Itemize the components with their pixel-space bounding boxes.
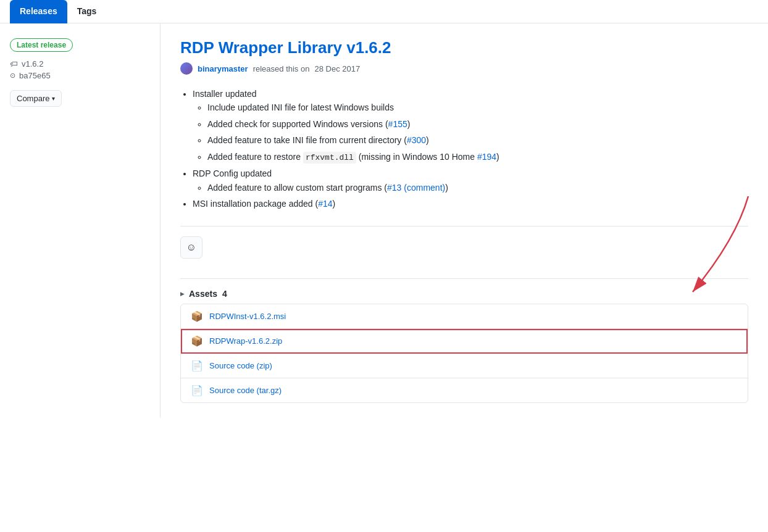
release-date: 28 Dec 2017 bbox=[314, 64, 360, 73]
list-item: Added feature to take INI file from curr… bbox=[207, 133, 748, 147]
code-rfxvmt: rfxvmt.dll bbox=[303, 152, 356, 164]
assets-label: Assets bbox=[189, 289, 217, 299]
issue-14-link[interactable]: #14 bbox=[318, 199, 332, 209]
comment-link[interactable]: (comment) bbox=[404, 183, 445, 193]
bullet1-text: Installer updated bbox=[193, 89, 257, 99]
assets-section: ▸ Assets 4 📦 RDPWInst-v1.6.2.msi 📦 RDPWr… bbox=[180, 289, 748, 403]
divider-2 bbox=[180, 278, 748, 279]
bullet2-text: RDP Config updated bbox=[193, 168, 272, 178]
bullet3-pre: MSI installation package added ( bbox=[193, 199, 318, 209]
sub1-2-pre: Added check for supported Windows versio… bbox=[207, 119, 388, 129]
source-zip-suffix: (zip) bbox=[257, 361, 272, 370]
sub1-1-text: Include updated INI file for latest Wind… bbox=[207, 102, 394, 112]
emoji-icon: ☺ bbox=[186, 242, 196, 253]
source-targz-link[interactable]: Source code (tar.gz) bbox=[209, 386, 282, 395]
content-area: RDP Wrapper Library v1.6.2 binarymaster … bbox=[161, 23, 768, 418]
issue-194-link[interactable]: #194 bbox=[477, 152, 496, 162]
tag-icon: 🏷 bbox=[10, 59, 18, 69]
release-meta: binarymaster released this on 28 Dec 201… bbox=[180, 62, 748, 75]
sub1-4-pre: Added feature to restore bbox=[207, 152, 303, 162]
assets-header[interactable]: ▸ Assets 4 bbox=[180, 289, 748, 299]
compare-label: Compare bbox=[17, 94, 49, 103]
list-item: MSI installation package added (#14) bbox=[193, 197, 748, 210]
avatar bbox=[180, 62, 193, 75]
list-item: Added feature to restore rfxvmt.dll (mis… bbox=[207, 150, 748, 165]
sub1-3-post: ) bbox=[426, 135, 429, 145]
sub1-3-pre: Added feature to take INI file from curr… bbox=[207, 135, 407, 145]
asset-link[interactable]: RDPWInst-v1.6.2.msi bbox=[209, 312, 286, 321]
author-link[interactable]: binarymaster bbox=[198, 64, 248, 73]
sub2-1-pre: Added feature to allow custom start prog… bbox=[207, 183, 387, 193]
top-tabs: Releases Tags bbox=[0, 0, 768, 23]
issue-300-link[interactable]: #300 bbox=[407, 135, 426, 145]
divider bbox=[180, 226, 748, 227]
bullet3-post: ) bbox=[332, 199, 335, 209]
list-item: Include updated INI file for latest Wind… bbox=[207, 101, 748, 114]
assets-count: 4 bbox=[222, 289, 227, 299]
assets-list: 📦 RDPWInst-v1.6.2.msi 📦 RDPWrap-v1.6.2.z… bbox=[180, 304, 748, 403]
issue-13-link[interactable]: #13 bbox=[387, 183, 401, 193]
sidebar: Latest release 🏷 v1.6.2 ⊙ ba75e65 Compar… bbox=[0, 23, 161, 418]
compare-button[interactable]: Compare ▾ bbox=[10, 90, 62, 107]
commit-item: ⊙ ba75e65 bbox=[10, 71, 150, 80]
chevron-down-icon: ▾ bbox=[52, 95, 55, 102]
package-icon: 📦 bbox=[191, 335, 203, 347]
version-label: v1.6.2 bbox=[22, 59, 43, 69]
sub1-4-mid: (missing in Windows 10 Home bbox=[356, 152, 477, 162]
toggle-icon: ▸ bbox=[180, 289, 184, 298]
version-item: 🏷 v1.6.2 bbox=[10, 59, 150, 69]
sidebar-meta: 🏷 v1.6.2 ⊙ ba75e65 bbox=[10, 59, 150, 80]
commit-icon: ⊙ bbox=[10, 72, 15, 80]
list-item: Added feature to allow custom start prog… bbox=[207, 181, 748, 194]
sub2-1-post: ) bbox=[445, 183, 448, 193]
list-item: Added check for supported Windows versio… bbox=[207, 117, 748, 131]
sub1-4-post: ) bbox=[496, 152, 499, 162]
commit-label: ba75e65 bbox=[19, 71, 51, 80]
release-title: RDP Wrapper Library v1.6.2 bbox=[180, 38, 748, 57]
tab-releases[interactable]: Releases bbox=[10, 0, 67, 23]
list-item: Installer updated Include updated INI fi… bbox=[193, 87, 748, 164]
asset-link-zip[interactable]: RDPWrap-v1.6.2.zip bbox=[209, 336, 282, 346]
list-item: RDP Config updated Added feature to allo… bbox=[193, 167, 748, 194]
package-icon: 📦 bbox=[191, 310, 203, 322]
asset-item: 📄 Source code (tar.gz) bbox=[181, 378, 748, 402]
source-icon: 📄 bbox=[191, 360, 203, 372]
issue-155-link[interactable]: #155 bbox=[388, 119, 407, 129]
emoji-reaction-button[interactable]: ☺ bbox=[180, 236, 202, 259]
asset-item-highlighted: 📦 RDPWrap-v1.6.2.zip bbox=[181, 329, 748, 354]
asset-item: 📦 RDPWInst-v1.6.2.msi bbox=[181, 304, 748, 329]
asset-item: 📄 Source code (zip) bbox=[181, 354, 748, 378]
latest-release-badge: Latest release bbox=[10, 38, 73, 52]
sub1-2-post: ) bbox=[407, 119, 411, 129]
main-layout: Latest release 🏷 v1.6.2 ⊙ ba75e65 Compar… bbox=[0, 23, 768, 418]
tab-tags[interactable]: Tags bbox=[67, 0, 107, 23]
source-icon: 📄 bbox=[191, 384, 203, 396]
source-targz-suffix: (tar.gz) bbox=[257, 386, 282, 395]
release-text: released this on bbox=[253, 64, 310, 73]
release-notes: Installer updated Include updated INI fi… bbox=[180, 87, 748, 211]
source-zip-link[interactable]: Source code (zip) bbox=[209, 361, 272, 370]
